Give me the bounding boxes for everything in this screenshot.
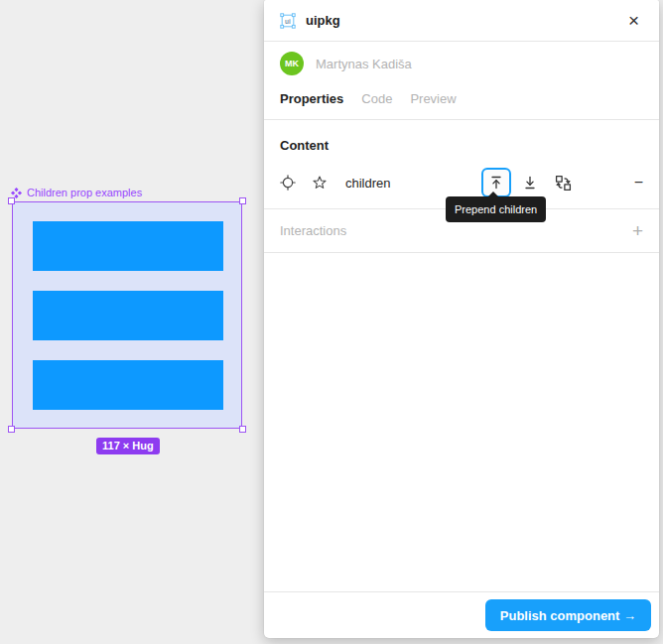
component-label[interactable]: Children prop examples (11, 187, 142, 198)
user-name: Martynas Kadiša (316, 57, 412, 71)
tab-preview[interactable]: Preview (410, 91, 456, 106)
avatar: MK (280, 52, 304, 75)
size-badge: 117 × Hug (96, 438, 160, 454)
uipkg-plugin-window: ui uipkg × MK Martynas Kadiša Properties… (264, 0, 659, 638)
star-favorite-icon[interactable] (312, 175, 328, 191)
tab-properties[interactable]: Properties (280, 91, 343, 106)
plugin-title: uipkg (306, 13, 340, 28)
selection-handle-bottom-right[interactable] (239, 426, 246, 433)
uipkg-logo-icon: ui (280, 13, 296, 29)
component-label-text: Children prop examples (27, 187, 142, 198)
arrow-up-bar-icon (488, 175, 504, 191)
plugin-header: ui uipkg × (264, 0, 659, 42)
tab-code[interactable]: Code (361, 91, 392, 106)
swap-instance-button[interactable] (549, 168, 579, 197)
child-bar (33, 291, 223, 340)
tooltip-text: Prepend children (455, 203, 537, 215)
close-icon[interactable]: × (624, 11, 643, 31)
selection-handle-top-right[interactable] (239, 197, 246, 204)
selection-handle-top-left[interactable] (8, 197, 15, 204)
arrow-down-bar-icon (522, 175, 538, 191)
add-interaction-icon[interactable]: + (632, 223, 643, 239)
prop-row-children: children (280, 167, 643, 198)
child-bar (33, 221, 223, 271)
content-heading: Content (280, 138, 643, 153)
selection-handle-bottom-left[interactable] (8, 426, 15, 433)
tooltip-caret (487, 192, 499, 197)
panel-footer: Publish component → (264, 591, 659, 638)
child-bar (33, 360, 223, 410)
tooltip-prepend-children: Prepend children (446, 196, 546, 222)
tab-bar: Properties Code Preview (264, 79, 659, 120)
interactions-heading: Interactions (280, 223, 346, 238)
publish-component-button[interactable]: Publish component → (485, 599, 651, 631)
remove-prop-icon[interactable]: − (634, 176, 643, 190)
target-locate-icon[interactable] (280, 175, 296, 191)
selected-component-frame[interactable] (12, 201, 242, 429)
append-children-button[interactable] (515, 168, 545, 197)
svg-text:ui: ui (285, 17, 291, 24)
prop-name: children (345, 176, 391, 191)
user-row: MK Martynas Kadiša (264, 42, 659, 79)
swap-icon (555, 175, 572, 192)
component-diamond-icon (11, 188, 22, 198)
